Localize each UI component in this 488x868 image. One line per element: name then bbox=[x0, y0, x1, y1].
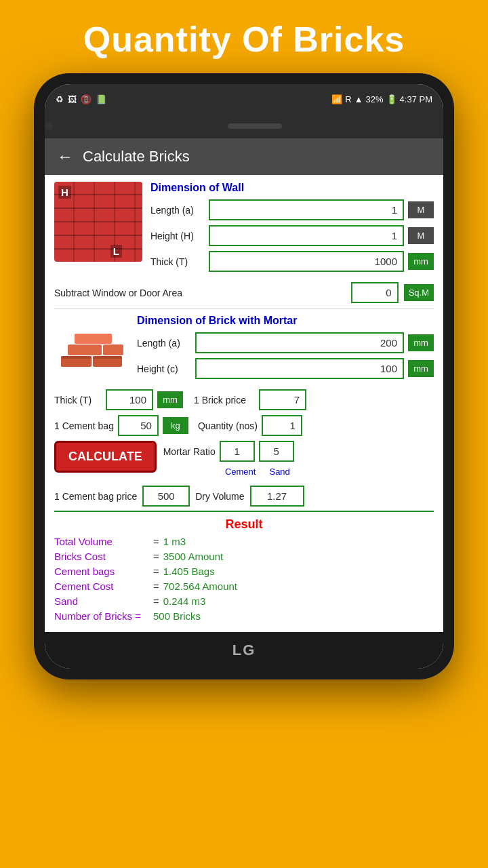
cement-price-label: 1 Cement bag price bbox=[54, 491, 137, 502]
app-content: H L Dimension of Wall Length (a) M Heigh… bbox=[45, 175, 443, 632]
wall-thick-label: Thick (T) bbox=[150, 256, 205, 267]
brick-price-input[interactable] bbox=[259, 389, 306, 410]
speaker bbox=[228, 123, 282, 129]
svg-rect-3 bbox=[103, 344, 123, 355]
result-cement-cost: Cement Cost = 702.564 Amount bbox=[54, 580, 434, 592]
result-total-volume: Total Volume = 1 m3 bbox=[54, 536, 434, 547]
cement-price-row: 1 Cement bag price Dry Volume bbox=[54, 486, 434, 507]
sand-key: Sand bbox=[54, 595, 149, 607]
back-button[interactable]: ← bbox=[57, 147, 73, 166]
wall-height-label: Height (H) bbox=[150, 231, 205, 241]
cement-bag-unit: kg bbox=[163, 417, 188, 434]
lg-logo: LG bbox=[232, 642, 256, 659]
app-toolbar: ← Calculate Bricks bbox=[45, 138, 443, 175]
wall-image: H L bbox=[54, 182, 142, 262]
battery-text: 32% bbox=[366, 94, 384, 104]
image-icon: 🖼 bbox=[68, 94, 77, 104]
num-bricks-val: 500 Bricks bbox=[153, 610, 201, 622]
mortar-ratio-label: Mortar Ratio bbox=[163, 446, 216, 457]
total-volume-val: 1 m3 bbox=[163, 536, 186, 547]
ratio-labels: Cement Sand bbox=[223, 467, 434, 477]
calc-mortar-row: CALCULATE Mortar Ratio Cement Sand bbox=[54, 441, 434, 481]
brick-height-input[interactable] bbox=[195, 358, 404, 379]
wall-height-input[interactable] bbox=[209, 225, 404, 246]
wall-height-row: Height (H) M bbox=[150, 225, 434, 246]
thick-input[interactable] bbox=[106, 389, 153, 410]
book-icon: 📗 bbox=[96, 94, 106, 104]
svg-rect-4 bbox=[75, 334, 112, 344]
bottom-bar: LG bbox=[45, 632, 443, 669]
svg-rect-6 bbox=[93, 356, 122, 359]
brick-length-input[interactable] bbox=[195, 332, 404, 353]
bricks-cost-key: Bricks Cost bbox=[54, 551, 149, 562]
wall-thick-input[interactable] bbox=[209, 251, 404, 272]
result-cement-bags: Cement bags = 1.405 Bags bbox=[54, 566, 434, 577]
status-left: ♻ 🖼 📵 📗 bbox=[56, 94, 106, 104]
mortar-cement-input[interactable] bbox=[220, 441, 255, 462]
wall-length-label: Length (a) bbox=[150, 205, 205, 216]
brick-section-header: Dimension of Brick with Mortar bbox=[137, 315, 434, 327]
brick-label-l: L bbox=[110, 245, 122, 258]
divider-1 bbox=[54, 309, 434, 309]
thick-label: Thick (T) bbox=[54, 395, 102, 406]
wifi-off-icon: 📵 bbox=[81, 94, 92, 104]
total-volume-eq: = bbox=[153, 536, 159, 547]
page-title: Quantity Of Bricks bbox=[0, 0, 488, 73]
wall-section-header: Dimension of Wall bbox=[150, 182, 434, 194]
toolbar-title: Calculate Bricks bbox=[83, 148, 190, 165]
cement-bag-input[interactable] bbox=[118, 415, 159, 436]
subtract-input[interactable] bbox=[351, 282, 399, 303]
result-num-bricks: Number of Bricks = 500 Bricks bbox=[54, 610, 434, 622]
quantity-input[interactable] bbox=[262, 415, 302, 436]
status-right: 📶 R ▲ 32% 🔋 4:37 PM bbox=[331, 94, 432, 104]
cement-bags-val: 1.405 Bags bbox=[163, 566, 215, 577]
wall-thick-unit: mm bbox=[408, 253, 434, 270]
bottom-section: Dimension of Brick with Mortar Length (a… bbox=[54, 315, 434, 384]
brick-label-h: H bbox=[58, 186, 71, 199]
cement-qty-row: 1 Cement bag kg Quantity (nos) bbox=[54, 415, 434, 436]
sand-val: 0.244 m3 bbox=[163, 595, 206, 607]
wall-thick-row: Thick (T) mm bbox=[150, 251, 434, 272]
calculate-button[interactable]: CALCULATE bbox=[54, 441, 157, 473]
cement-cost-val: 702.564 Amount bbox=[163, 580, 237, 592]
sand-eq: = bbox=[153, 595, 159, 607]
phone-top-bar bbox=[45, 114, 443, 138]
brick-height-label: Height (c) bbox=[137, 363, 191, 374]
sand-ratio-label: Sand bbox=[262, 467, 298, 477]
dry-volume-label: Dry Volume bbox=[195, 491, 244, 502]
quantity-label: Quantity (nos) bbox=[198, 420, 258, 431]
dry-volume-input[interactable] bbox=[250, 486, 304, 507]
phone-inner: ♻ 🖼 📵 📗 📶 R ▲ 32% 🔋 4:37 PM ← Calculate … bbox=[45, 84, 443, 669]
svg-rect-2 bbox=[68, 344, 102, 355]
mortar-form: Dimension of Brick with Mortar Length (a… bbox=[137, 315, 434, 384]
cement-cost-key: Cement Cost bbox=[54, 580, 149, 592]
brick-stack-svg bbox=[58, 326, 125, 373]
cement-ratio-label: Cement bbox=[223, 467, 258, 477]
thick-unit: mm bbox=[157, 391, 183, 408]
cement-bags-eq: = bbox=[153, 566, 159, 577]
mortar-ratio-section: Mortar Ratio Cement Sand bbox=[163, 441, 434, 481]
subtract-label: Subtract Window or Door Area bbox=[54, 288, 346, 298]
brick-height-unit: mm bbox=[408, 360, 434, 377]
wall-height-unit: M bbox=[408, 227, 434, 244]
brick-height-row: Height (c) mm bbox=[137, 358, 434, 379]
total-volume-key: Total Volume bbox=[54, 536, 149, 547]
battery-icon: 🔋 bbox=[386, 94, 397, 104]
brick-price-label: 1 Brick price bbox=[194, 395, 255, 406]
bricks-cost-eq: = bbox=[153, 551, 159, 562]
wifi-icon: 📶 bbox=[331, 94, 342, 104]
cement-cost-eq: = bbox=[153, 580, 159, 592]
bricks-cost-val: 3500 Amount bbox=[163, 551, 223, 562]
top-section: H L Dimension of Wall Length (a) M Heigh… bbox=[54, 182, 434, 277]
cement-price-input[interactable] bbox=[142, 486, 190, 507]
result-title: Result bbox=[54, 517, 434, 532]
mortar-sand-input[interactable] bbox=[259, 441, 294, 462]
time-display: 4:37 PM bbox=[400, 94, 432, 104]
wall-length-row: Length (a) M bbox=[150, 199, 434, 220]
camera-dot bbox=[45, 122, 53, 130]
wall-length-input[interactable] bbox=[209, 199, 404, 220]
wall-form: Dimension of Wall Length (a) M Height (H… bbox=[150, 182, 434, 277]
mortar-ratio-row: Mortar Ratio bbox=[163, 441, 434, 462]
brick-length-row: Length (a) mm bbox=[137, 332, 434, 353]
phone-outer: ♻ 🖼 📵 📗 📶 R ▲ 32% 🔋 4:37 PM ← Calculate … bbox=[34, 73, 454, 679]
